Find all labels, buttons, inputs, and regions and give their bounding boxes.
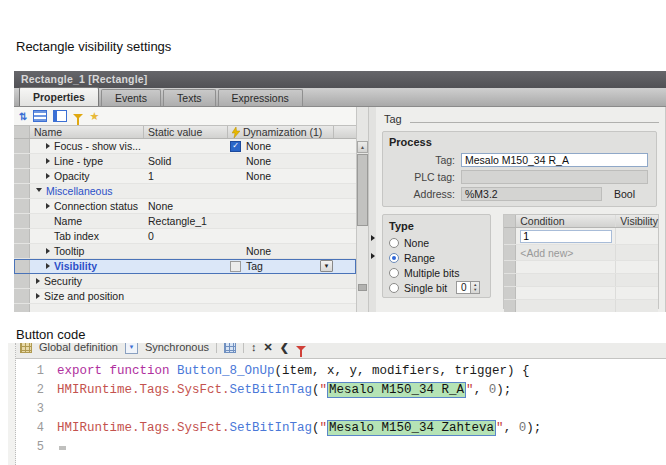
property-row[interactable]: Opacity1None [14, 169, 356, 184]
code-line[interactable]: 5 [16, 437, 666, 456]
expand-icon[interactable] [46, 173, 50, 179]
code-line[interactable]: 2HMIRuntime.Tags.SysFct.SetBitInTag("Mes… [16, 380, 666, 399]
column-static-value[interactable]: Static value [144, 126, 228, 138]
radio-multiple-bits[interactable] [389, 268, 399, 278]
type-title: Type [389, 220, 484, 232]
condition-cell[interactable] [516, 274, 616, 286]
favorites-icon[interactable]: ★ [89, 110, 99, 123]
tab-events[interactable]: Events [101, 89, 161, 106]
process-groupbox: Process Tag: PLC tag: Address: %M3.2 Boo… [382, 131, 657, 207]
property-row[interactable]: Line - typeSolidNone [14, 154, 356, 169]
property-dyn-cell [228, 289, 334, 303]
static-value: 0 [148, 230, 154, 242]
property-row[interactable]: Focus - show vis...✓None [14, 139, 356, 154]
global-definition-icon[interactable] [20, 343, 32, 353]
expand-icon[interactable] [36, 278, 40, 284]
property-name-cell: Tooltip [30, 244, 144, 258]
category-view-icon[interactable] [33, 110, 47, 122]
sort-icon[interactable]: ⇅ [19, 111, 27, 122]
property-dyn-cell [228, 304, 334, 312]
condition-row[interactable]: <Add new> [504, 245, 658, 261]
expand-icon[interactable] [46, 248, 50, 254]
radio-row-none[interactable]: None [389, 235, 484, 250]
column-condition[interactable]: Condition [516, 215, 616, 227]
snippets-icon[interactable] [224, 343, 236, 353]
property-label: Tab index [54, 230, 99, 242]
collapse-icon[interactable] [36, 188, 42, 195]
close-icon[interactable]: ✕ [264, 343, 273, 354]
property-row[interactable]: Security [14, 274, 356, 289]
scroll-up-button[interactable]: ▲ [357, 141, 368, 153]
checkbox[interactable]: ✓ [230, 261, 241, 272]
radio-row-range[interactable]: Range [389, 250, 484, 265]
scrollbar-grip[interactable] [358, 284, 367, 291]
collapse-left-icon[interactable] [371, 235, 375, 241]
radio-row-single-bit[interactable]: Single bit 0 ▲▼ [389, 280, 484, 295]
condition-cell[interactable] [516, 228, 616, 244]
condition-row[interactable] [504, 261, 658, 274]
property-row[interactable]: Tab index0 [14, 229, 356, 244]
column-dynamization[interactable]: Dynamization (1) [228, 126, 334, 138]
property-row[interactable]: NameRectangle_1 [14, 214, 356, 229]
settings-heading: Rectangle visibility settings [16, 39, 171, 54]
radio-multiple-bits-label: Multiple bits [404, 267, 459, 279]
condition-cell[interactable] [516, 300, 616, 312]
filter-icon[interactable] [73, 114, 83, 119]
radio-row-multiple-bits[interactable]: Multiple bits [389, 265, 484, 280]
code-line[interactable]: 1export function Button_8_OnUp(item, x, … [16, 361, 666, 380]
condition-row[interactable] [504, 228, 658, 245]
code-lines[interactable]: 1export function Button_8_OnUp(item, x, … [16, 359, 666, 465]
filler-cell [334, 274, 356, 288]
list-view-icon[interactable] [53, 110, 67, 122]
condition-row[interactable] [504, 287, 658, 300]
property-row[interactable]: Miscellaneous [14, 184, 356, 199]
bit-number-value[interactable]: 0 [456, 281, 471, 294]
back-icon[interactable]: ❮ [280, 343, 289, 354]
tab-properties[interactable]: Properties [19, 87, 99, 106]
expand-icon[interactable] [36, 293, 40, 299]
property-row[interactable]: TooltipNone [14, 244, 356, 259]
condition-row[interactable] [504, 300, 658, 312]
bit-number-stepper[interactable]: 0 ▲▼ [456, 281, 480, 294]
expand-collapse-icon[interactable]: ↕ [251, 343, 257, 353]
radio-none[interactable] [389, 238, 399, 248]
condition-input[interactable] [520, 230, 612, 243]
checkbox[interactable]: ✓ [230, 141, 241, 152]
expand-icon[interactable] [46, 143, 50, 149]
expand-icon[interactable] [46, 263, 50, 269]
window-titlebar[interactable]: Rectangle_1 [Rectangle] [14, 71, 666, 88]
scrollbar-thumb[interactable] [357, 154, 368, 226]
property-row[interactable]: Visibility✓Tag▼ [14, 259, 356, 274]
vertical-scrollbar[interactable]: ▲ [356, 107, 369, 312]
dropdown-icon[interactable]: ▼ [125, 343, 138, 354]
stepper-arrows[interactable]: ▲▼ [471, 281, 480, 294]
expand-icon[interactable] [46, 158, 50, 164]
code-line[interactable]: 3 [16, 399, 666, 418]
collapse-right-icon[interactable] [371, 253, 375, 259]
synchronous-label[interactable]: Synchronous [145, 343, 209, 353]
condition-cell[interactable] [516, 261, 616, 273]
error-filter-icon[interactable] [296, 343, 306, 353]
dropdown-button[interactable]: ▼ [320, 260, 333, 272]
radio-none-label: None [404, 237, 429, 249]
pane-splitter[interactable] [369, 107, 376, 312]
condition-cell[interactable] [516, 287, 616, 299]
tab-expressions[interactable]: Expressions [218, 89, 303, 106]
radio-range[interactable] [389, 253, 399, 263]
property-row[interactable]: Size and position [14, 289, 356, 304]
condition-cell[interactable]: <Add new> [516, 245, 616, 260]
global-definition-label[interactable]: Global definition [39, 343, 118, 353]
column-name[interactable]: Name [30, 126, 144, 138]
expand-icon[interactable] [46, 203, 50, 209]
property-row[interactable]: Connection statusNone [14, 199, 356, 214]
code-token: SetBitInTag [230, 421, 313, 435]
column-visibility[interactable]: Visibility [616, 215, 658, 227]
tag-input[interactable] [461, 153, 648, 167]
code-line[interactable]: 4HMIRuntime.Tags.SysFct.SetBitInTag("Mes… [16, 418, 666, 437]
stepper-down-icon[interactable]: ▼ [473, 288, 477, 293]
condition-row[interactable] [504, 274, 658, 287]
property-dyn-cell: ✓Tag▼ [228, 259, 334, 273]
tab-texts[interactable]: Texts [163, 89, 216, 106]
radio-single-bit[interactable] [389, 283, 399, 293]
toolbar-separator [216, 343, 217, 353]
